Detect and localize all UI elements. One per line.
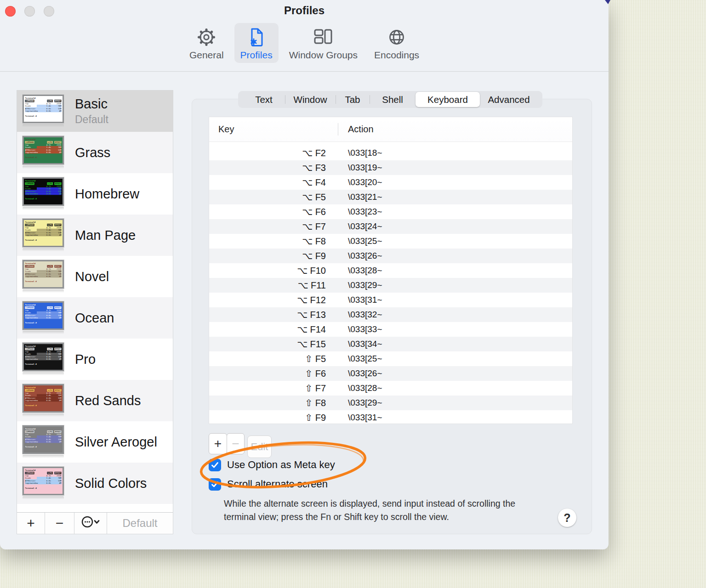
table-row[interactable]: ⇧ F9 \033[31~	[209, 410, 572, 425]
action-cell: \033[29~	[348, 398, 382, 408]
key-cell: ⌥ F13	[209, 309, 326, 320]
tab-advanced[interactable]: Advanced	[480, 92, 538, 107]
sidebar-item-silver-aerogel[interactable]: Terminal# COMMAND %CPURPRVT top4.1%231KX…	[17, 421, 173, 463]
settings-tabstrip: Text Window Tab Shell Keyboard Advanced	[238, 91, 542, 108]
profile-name: Red Sands	[75, 393, 141, 408]
table-row[interactable]: ⇧ F7 \033[28~	[209, 381, 572, 396]
profile-thumbnail: Terminal# COMMAND %CPURPRVT top4.1%231KX…	[23, 425, 64, 458]
thumbnail-reflection	[23, 165, 64, 169]
key-cell: ⌥ F10	[209, 265, 326, 276]
tab-tab[interactable]: Tab	[336, 92, 370, 107]
profile-thumbnail: Terminal# COMMAND %CPURPRVT top4.1%231KX…	[23, 260, 64, 293]
ellipsis-circle-icon	[80, 515, 101, 532]
keyboard-shortcuts-table: Key Action ⌥ F2 \033[18~ ⌥ F3 \033[19~ ⌥…	[209, 117, 573, 424]
thumbnail-reflection	[23, 496, 64, 500]
profile-name: Grass	[75, 145, 110, 160]
action-cell: \033[26~	[348, 368, 382, 379]
table-row[interactable]: ⇧ F6 \033[26~	[209, 366, 572, 381]
help-button[interactable]: ?	[558, 509, 576, 527]
thumbnail-reflection	[23, 124, 64, 128]
tab-window[interactable]: Window	[285, 92, 336, 107]
column-header-key: Key	[218, 117, 234, 141]
table-row[interactable]: ⌥ F2 \033[18~	[209, 146, 572, 160]
toolbar-label: Window Groups	[289, 50, 358, 61]
thumbnail-reflection	[23, 455, 64, 458]
thumbnail-reflection	[23, 289, 64, 293]
key-cell: ⌥ F11	[209, 280, 326, 291]
table-row[interactable]: ⌥ F15 \033[34~	[209, 337, 572, 351]
sidebar-item-pro[interactable]: Terminal# COMMAND %CPURPRVT top4.1%231KX…	[17, 339, 173, 380]
table-row[interactable]: ⌥ F6 \033[23~	[209, 204, 572, 219]
set-default-button[interactable]: Default	[107, 513, 173, 534]
sidebar-item-basic[interactable]: Terminal# COMMAND %CPURPRVT top4.1%231KX…	[17, 90, 173, 132]
action-cell: \033[19~	[348, 163, 382, 173]
column-divider	[338, 123, 338, 136]
key-cell: ⌥ F15	[209, 339, 326, 350]
remove-profile-button[interactable]: −	[45, 513, 74, 534]
table-row[interactable]: ⌥ F13 \033[32~	[209, 307, 572, 322]
checkbox-label: Scroll alternate screen	[227, 478, 328, 490]
table-row[interactable]: ⌥ F3 \033[19~	[209, 160, 572, 175]
table-row[interactable]: ⌥ F10 \033[28~	[209, 263, 572, 278]
table-row[interactable]: ⌥ F9 \033[26~	[209, 249, 572, 263]
table-row[interactable]: ⌥ F5 \033[21~	[209, 190, 572, 204]
column-header-action: Action	[348, 117, 374, 141]
toolbar-item-window-groups[interactable]: Window Groups	[283, 23, 364, 63]
profiles-list-footer: + − Default	[17, 512, 173, 534]
sidebar-item-grass[interactable]: Terminal# COMMAND %CPURPRVT top4.1%231KX…	[17, 132, 173, 173]
table-row[interactable]: ⌥ F12 \033[31~	[209, 293, 572, 307]
table-row[interactable]: ⌥ F11 \033[29~	[209, 278, 572, 293]
sidebar-item-novel[interactable]: Terminal# COMMAND %CPURPRVT top4.1%231KX…	[17, 256, 173, 297]
action-cell: \033[31~	[348, 413, 382, 423]
profile-actions-menu-button[interactable]	[74, 513, 107, 534]
sidebar-item-ocean[interactable]: Terminal# COMMAND %CPURPRVT top4.1%231KX…	[17, 297, 173, 339]
add-profile-button[interactable]: +	[17, 513, 45, 534]
profile-thumbnail: Terminal# COMMAND %CPURPRVT top4.1%231KX…	[23, 343, 64, 376]
sidebar-item-man-page[interactable]: Terminal# COMMAND %CPURPRVT top4.1%231KX…	[17, 215, 173, 256]
table-row[interactable]: ⇧ F8 \033[29~	[209, 396, 572, 410]
use-option-as-meta-checkbox[interactable]	[209, 459, 221, 471]
toolbar-item-encodings[interactable]: Encodings	[368, 23, 425, 63]
table-row[interactable]: ⌥ F8 \033[25~	[209, 234, 572, 249]
scroll-alternate-screen-row: Scroll alternate screen	[209, 477, 328, 492]
add-key-button[interactable]: +	[209, 433, 227, 454]
action-cell: \033[25~	[348, 354, 382, 364]
tab-keyboard[interactable]: Keyboard	[416, 92, 480, 107]
key-cell: ⇧ F7	[209, 383, 326, 394]
sidebar-item-red-sands[interactable]: Terminal# COMMAND %CPURPRVT top4.1%231KX…	[17, 380, 173, 421]
sidebar-item-solid-colors[interactable]: Terminal# COMMAND %CPURPRVT top4.1%231KX…	[17, 463, 173, 504]
toolbar: General	[0, 23, 609, 63]
table-row[interactable]: ⌥ F4 \033[20~	[209, 175, 572, 190]
thumbnail-reflection	[23, 248, 64, 252]
action-cell: \033[21~	[348, 192, 382, 202]
toolbar-item-profiles[interactable]: Profiles	[234, 23, 279, 63]
key-cell: ⌥ F2	[209, 147, 326, 158]
key-cell: ⌥ F14	[209, 324, 326, 335]
scroll-alternate-screen-checkbox[interactable]	[209, 478, 221, 491]
table-row[interactable]: ⌥ F7 \033[24~	[209, 219, 572, 234]
profile-thumbnail: Terminal# COMMAND %CPURPRVT top4.1%231KX…	[23, 301, 64, 334]
key-cell: ⌥ F4	[209, 177, 326, 188]
tab-shell[interactable]: Shell	[370, 92, 416, 107]
action-cell: \033[29~	[348, 280, 382, 290]
toolbar-item-general[interactable]: General	[183, 23, 230, 63]
sidebar-item-homebrew[interactable]: Terminal# COMMAND %CPURPRVT top4.1%231KX…	[17, 173, 173, 215]
action-cell: \033[18~	[348, 148, 382, 158]
profile-name: Solid Colors	[75, 476, 147, 491]
profile-settings-pane: Text Window Tab Shell Keyboard Advanced …	[192, 99, 592, 534]
action-cell: \033[33~	[348, 324, 382, 334]
table-row[interactable]: ⇧ F5 \033[25~	[209, 351, 572, 366]
profile-thumbnail: Terminal# COMMAND %CPURPRVT top4.1%231KX…	[23, 467, 64, 500]
table-row[interactable]: ⌥ F14 \033[33~	[209, 322, 572, 337]
tab-text[interactable]: Text	[243, 92, 285, 107]
key-cell: ⌥ F5	[209, 192, 326, 203]
profile-name: Homebrew	[75, 187, 139, 202]
remove-key-button[interactable]: −	[227, 433, 245, 454]
profiles-list: Terminal# COMMAND %CPURPRVT top4.1%231KX…	[17, 90, 173, 534]
key-cell: ⌥ F3	[209, 162, 326, 173]
action-cell: \033[25~	[348, 236, 382, 246]
edit-key-button[interactable]: Edit	[247, 435, 272, 458]
thumbnail-reflection	[23, 372, 64, 376]
action-cell: \033[26~	[348, 251, 382, 261]
key-cell: ⌥ F6	[209, 206, 326, 217]
